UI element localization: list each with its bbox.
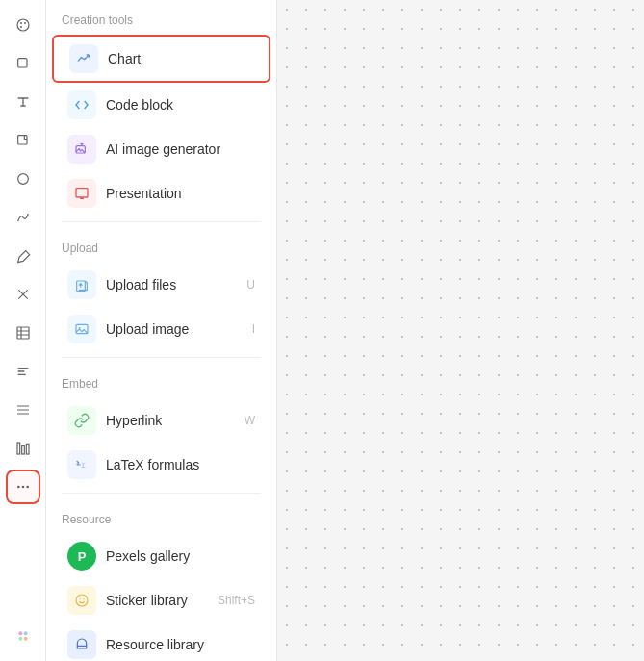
upload-files-icon bbox=[67, 270, 96, 299]
svg-point-1 bbox=[20, 22, 22, 24]
upload-label: Upload bbox=[46, 228, 276, 263]
latex-icon: ∑ bbox=[67, 450, 96, 479]
hyperlink-shortcut: W bbox=[245, 414, 255, 427]
code-block-menu-item[interactable]: Code block bbox=[52, 83, 270, 127]
svg-point-15 bbox=[23, 631, 27, 635]
crop-icon[interactable] bbox=[6, 46, 40, 81]
main-panel: Creation tools Chart Code block bbox=[46, 0, 277, 661]
connector-icon[interactable] bbox=[6, 277, 40, 312]
bars-icon[interactable] bbox=[6, 431, 40, 466]
svg-point-0 bbox=[17, 19, 29, 31]
sticker-icon bbox=[67, 586, 96, 615]
divider-embed bbox=[62, 357, 261, 358]
hyperlink-label: Hyperlink bbox=[106, 413, 245, 428]
sticker-shortcut: Shift+S bbox=[218, 594, 255, 607]
code-block-label: Code block bbox=[106, 97, 255, 113]
more-icon[interactable] bbox=[6, 470, 40, 504]
svg-rect-7 bbox=[17, 327, 29, 339]
svg-point-14 bbox=[18, 631, 22, 635]
chart-icon bbox=[69, 44, 98, 73]
svg-point-25 bbox=[76, 595, 88, 606]
latex-menu-item[interactable]: ∑ LaTeX formulas bbox=[52, 443, 270, 487]
svg-point-17 bbox=[23, 637, 27, 641]
chart-label: Chart bbox=[108, 51, 253, 66]
upload-files-label: Upload files bbox=[106, 277, 246, 292]
latex-label: LaTeX formulas bbox=[106, 457, 255, 472]
draw-icon[interactable] bbox=[6, 239, 40, 273]
resource-label: Resource bbox=[46, 499, 276, 534]
creation-tools-label: Creation tools bbox=[46, 0, 276, 35]
upload-files-menu-item[interactable]: Upload files U bbox=[52, 263, 270, 307]
sticky-icon[interactable] bbox=[6, 123, 40, 158]
pexels-menu-item[interactable]: P Pexels gallery bbox=[52, 534, 270, 578]
svg-point-26 bbox=[79, 598, 80, 599]
sticker-menu-item[interactable]: Sticker library Shift+S bbox=[52, 578, 270, 623]
ai-image-icon bbox=[67, 135, 96, 164]
upload-image-label: Upload image bbox=[106, 321, 252, 337]
svg-point-16 bbox=[18, 637, 22, 641]
text-icon[interactable] bbox=[6, 85, 40, 119]
svg-point-13 bbox=[26, 486, 29, 489]
svg-point-27 bbox=[83, 598, 84, 599]
presentation-menu-item[interactable]: Presentation bbox=[52, 171, 270, 216]
text2-icon[interactable] bbox=[6, 354, 40, 389]
hyperlink-icon bbox=[67, 406, 96, 435]
left-sidebar bbox=[0, 0, 46, 661]
resource-library-icon bbox=[67, 630, 96, 659]
presentation-label: Presentation bbox=[106, 186, 255, 201]
svg-point-6 bbox=[17, 174, 28, 185]
chart-menu-item[interactable]: Chart bbox=[52, 35, 270, 83]
line-icon[interactable] bbox=[6, 200, 40, 235]
svg-text:∑: ∑ bbox=[82, 462, 86, 468]
resource-library-label: Resource library bbox=[106, 637, 255, 652]
svg-point-2 bbox=[24, 22, 26, 24]
code-block-icon bbox=[67, 90, 96, 119]
divider-upload bbox=[62, 221, 261, 222]
hyperlink-menu-item[interactable]: Hyperlink W bbox=[52, 398, 270, 443]
upload-image-menu-item[interactable]: Upload image I bbox=[52, 307, 270, 351]
svg-point-11 bbox=[17, 486, 20, 489]
svg-rect-20 bbox=[76, 189, 88, 197]
palette-icon[interactable] bbox=[6, 8, 40, 42]
ai-image-menu-item[interactable]: AI image generator bbox=[52, 127, 270, 171]
svg-rect-9 bbox=[21, 445, 24, 454]
presentation-icon bbox=[67, 179, 96, 208]
svg-rect-10 bbox=[26, 444, 29, 454]
divider-resource bbox=[62, 493, 261, 494]
upload-files-shortcut: U bbox=[246, 278, 255, 292]
pexels-label: Pexels gallery bbox=[106, 548, 255, 564]
list-icon[interactable] bbox=[6, 393, 40, 427]
shape-icon[interactable] bbox=[6, 162, 40, 196]
svg-rect-8 bbox=[17, 443, 20, 454]
svg-point-3 bbox=[20, 26, 22, 28]
apps-icon[interactable] bbox=[6, 619, 40, 653]
embed-label: Embed bbox=[46, 364, 276, 398]
canvas-area[interactable] bbox=[277, 0, 644, 661]
resource-library-menu-item[interactable]: Resource library bbox=[52, 623, 270, 661]
upload-image-shortcut: I bbox=[252, 322, 255, 336]
svg-rect-4 bbox=[17, 59, 26, 67]
ai-image-label: AI image generator bbox=[106, 141, 255, 157]
svg-rect-5 bbox=[17, 136, 26, 144]
upload-image-icon bbox=[67, 315, 96, 343]
table-icon[interactable] bbox=[6, 316, 40, 350]
sticker-label: Sticker library bbox=[106, 593, 218, 608]
pexels-icon: P bbox=[67, 542, 96, 571]
svg-point-12 bbox=[21, 486, 24, 489]
